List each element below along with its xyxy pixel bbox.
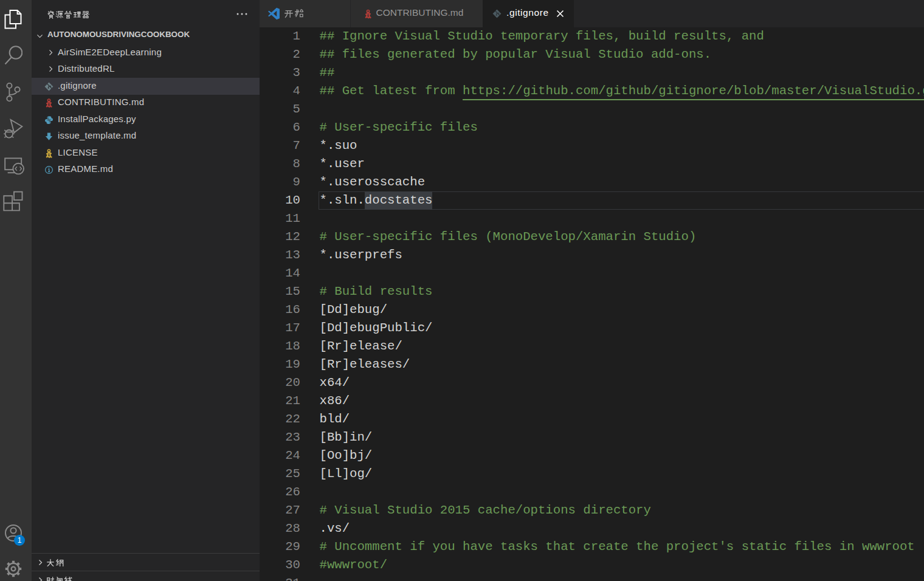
svg-text:1: 1 <box>18 536 22 545</box>
